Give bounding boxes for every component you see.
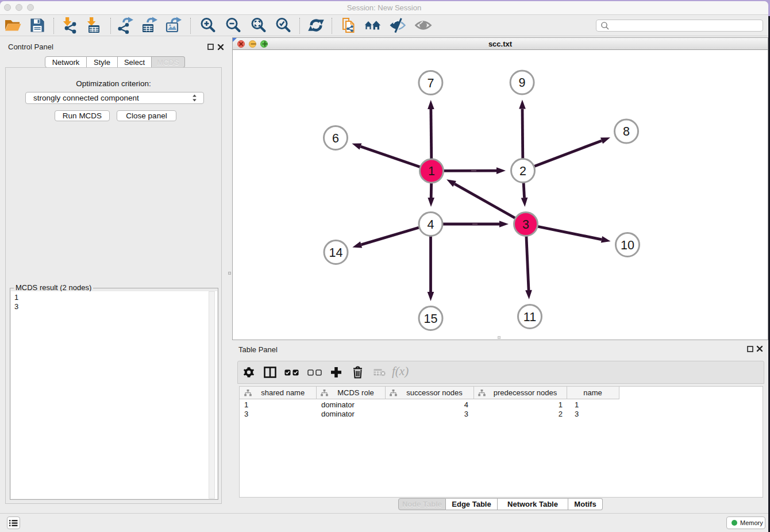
svg-text:14: 14 — [329, 246, 343, 260]
svg-text:11: 11 — [523, 310, 536, 324]
svg-text:3: 3 — [522, 218, 529, 232]
svg-text:15: 15 — [424, 312, 438, 326]
svg-text:8: 8 — [623, 125, 630, 138]
svg-text:10: 10 — [621, 238, 634, 252]
svg-text:6: 6 — [332, 132, 339, 145]
svg-text:9: 9 — [519, 76, 526, 90]
svg-text:4: 4 — [428, 218, 434, 232]
svg-text:2: 2 — [519, 164, 526, 178]
svg-text:1: 1 — [428, 164, 435, 178]
svg-text:7: 7 — [427, 76, 434, 90]
